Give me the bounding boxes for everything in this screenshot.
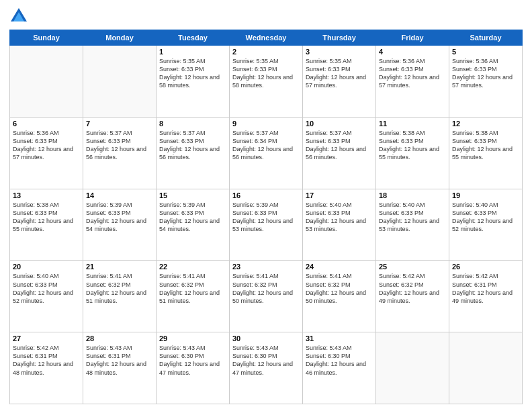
calendar-cell: 5Sunrise: 5:36 AM Sunset: 6:33 PM Daylig… [449,46,523,118]
day-detail: Sunrise: 5:38 AM Sunset: 6:33 PM Dayligh… [379,129,446,162]
day-number: 4 [379,48,446,56]
day-detail: Sunrise: 5:40 AM Sunset: 6:33 PM Dayligh… [306,201,373,234]
calendar-week-1: 1Sunrise: 5:35 AM Sunset: 6:33 PM Daylig… [10,46,523,118]
day-detail: Sunrise: 5:37 AM Sunset: 6:33 PM Dayligh… [86,129,153,162]
day-number: 29 [159,334,226,342]
day-number: 1 [159,48,226,56]
day-detail: Sunrise: 5:40 AM Sunset: 6:33 PM Dayligh… [13,272,80,305]
weekday-header-wednesday: Wednesday [230,30,303,46]
calendar-week-4: 20Sunrise: 5:40 AM Sunset: 6:33 PM Dayli… [10,261,523,332]
day-number: 25 [379,263,446,271]
calendar-cell [10,46,83,118]
day-detail: Sunrise: 5:42 AM Sunset: 6:32 PM Dayligh… [379,272,446,305]
day-number: 31 [306,334,373,342]
day-detail: Sunrise: 5:39 AM Sunset: 6:33 PM Dayligh… [159,201,226,234]
day-number: 30 [232,334,300,342]
day-detail: Sunrise: 5:40 AM Sunset: 6:33 PM Dayligh… [379,201,446,234]
calendar-cell: 14Sunrise: 5:39 AM Sunset: 6:33 PM Dayli… [83,189,157,261]
day-detail: Sunrise: 5:38 AM Sunset: 6:33 PM Dayligh… [13,201,80,234]
day-detail: Sunrise: 5:37 AM Sunset: 6:34 PM Dayligh… [232,129,300,162]
day-number: 11 [379,120,446,128]
calendar-cell: 18Sunrise: 5:40 AM Sunset: 6:33 PM Dayli… [376,189,449,261]
calendar-cell: 30Sunrise: 5:43 AM Sunset: 6:30 PM Dayli… [230,332,303,404]
day-number: 13 [13,191,80,199]
calendar-week-2: 6Sunrise: 5:36 AM Sunset: 6:33 PM Daylig… [10,117,523,189]
calendar-cell: 13Sunrise: 5:38 AM Sunset: 6:33 PM Dayli… [10,189,83,261]
calendar-cell: 12Sunrise: 5:38 AM Sunset: 6:33 PM Dayli… [449,117,523,189]
day-detail: Sunrise: 5:43 AM Sunset: 6:31 PM Dayligh… [86,344,153,377]
weekday-header-friday: Friday [376,30,449,46]
header [9,7,523,26]
day-detail: Sunrise: 5:36 AM Sunset: 6:33 PM Dayligh… [13,129,80,162]
day-number: 14 [86,191,153,199]
day-number: 18 [379,191,446,199]
day-detail: Sunrise: 5:35 AM Sunset: 6:33 PM Dayligh… [232,57,300,90]
weekday-header-sunday: Sunday [10,30,83,46]
day-number: 22 [159,263,226,271]
calendar-cell: 22Sunrise: 5:41 AM Sunset: 6:32 PM Dayli… [157,261,230,332]
day-number: 24 [306,263,373,271]
day-number: 28 [86,334,153,342]
day-number: 27 [13,334,80,342]
weekday-header-tuesday: Tuesday [157,30,230,46]
weekday-header-saturday: Saturday [449,30,523,46]
logo [9,7,31,26]
calendar-cell: 2Sunrise: 5:35 AM Sunset: 6:33 PM Daylig… [230,46,303,118]
day-detail: Sunrise: 5:35 AM Sunset: 6:33 PM Dayligh… [159,57,226,90]
calendar-cell: 3Sunrise: 5:35 AM Sunset: 6:33 PM Daylig… [303,46,376,118]
day-detail: Sunrise: 5:42 AM Sunset: 6:31 PM Dayligh… [452,272,519,305]
calendar-cell: 10Sunrise: 5:37 AM Sunset: 6:33 PM Dayli… [303,117,376,189]
calendar-cell: 1Sunrise: 5:35 AM Sunset: 6:33 PM Daylig… [157,46,230,118]
day-detail: Sunrise: 5:36 AM Sunset: 6:33 PM Dayligh… [379,57,446,90]
day-number: 26 [452,263,519,271]
calendar-cell: 17Sunrise: 5:40 AM Sunset: 6:33 PM Dayli… [303,189,376,261]
calendar-cell [376,332,449,404]
calendar-cell: 4Sunrise: 5:36 AM Sunset: 6:33 PM Daylig… [376,46,449,118]
calendar-cell: 28Sunrise: 5:43 AM Sunset: 6:31 PM Dayli… [83,332,157,404]
day-detail: Sunrise: 5:41 AM Sunset: 6:32 PM Dayligh… [306,272,373,305]
weekday-header-thursday: Thursday [303,30,376,46]
day-number: 5 [452,48,519,56]
calendar-cell: 9Sunrise: 5:37 AM Sunset: 6:34 PM Daylig… [230,117,303,189]
day-detail: Sunrise: 5:39 AM Sunset: 6:33 PM Dayligh… [86,201,153,234]
weekday-header-row: SundayMondayTuesdayWednesdayThursdayFrid… [10,30,523,46]
day-detail: Sunrise: 5:43 AM Sunset: 6:30 PM Dayligh… [232,344,300,377]
calendar-cell: 21Sunrise: 5:41 AM Sunset: 6:32 PM Dayli… [83,261,157,332]
weekday-header-monday: Monday [83,30,157,46]
calendar-week-3: 13Sunrise: 5:38 AM Sunset: 6:33 PM Dayli… [10,189,523,261]
day-detail: Sunrise: 5:37 AM Sunset: 6:33 PM Dayligh… [159,129,226,162]
calendar-cell: 6Sunrise: 5:36 AM Sunset: 6:33 PM Daylig… [10,117,83,189]
day-number: 10 [306,120,373,128]
day-number: 19 [452,191,519,199]
calendar-cell: 23Sunrise: 5:41 AM Sunset: 6:32 PM Dayli… [230,261,303,332]
calendar-cell: 27Sunrise: 5:42 AM Sunset: 6:31 PM Dayli… [10,332,83,404]
calendar-cell: 31Sunrise: 5:43 AM Sunset: 6:30 PM Dayli… [303,332,376,404]
calendar-cell: 7Sunrise: 5:37 AM Sunset: 6:33 PM Daylig… [83,117,157,189]
calendar-cell: 24Sunrise: 5:41 AM Sunset: 6:32 PM Dayli… [303,261,376,332]
day-number: 6 [13,120,80,128]
day-number: 23 [232,263,300,271]
day-number: 8 [159,120,226,128]
day-detail: Sunrise: 5:39 AM Sunset: 6:33 PM Dayligh… [232,201,300,234]
day-number: 9 [232,120,300,128]
day-detail: Sunrise: 5:38 AM Sunset: 6:33 PM Dayligh… [452,129,519,162]
day-number: 12 [452,120,519,128]
day-detail: Sunrise: 5:41 AM Sunset: 6:32 PM Dayligh… [86,272,153,305]
calendar-cell: 25Sunrise: 5:42 AM Sunset: 6:32 PM Dayli… [376,261,449,332]
day-detail: Sunrise: 5:41 AM Sunset: 6:32 PM Dayligh… [232,272,300,305]
calendar-cell: 20Sunrise: 5:40 AM Sunset: 6:33 PM Dayli… [10,261,83,332]
calendar-cell: 8Sunrise: 5:37 AM Sunset: 6:33 PM Daylig… [157,117,230,189]
day-detail: Sunrise: 5:41 AM Sunset: 6:32 PM Dayligh… [159,272,226,305]
day-detail: Sunrise: 5:37 AM Sunset: 6:33 PM Dayligh… [306,129,373,162]
day-detail: Sunrise: 5:42 AM Sunset: 6:31 PM Dayligh… [13,344,80,377]
day-number: 3 [306,48,373,56]
page: SundayMondayTuesdayWednesdayThursdayFrid… [0,0,532,411]
day-detail: Sunrise: 5:43 AM Sunset: 6:30 PM Dayligh… [159,344,226,377]
calendar-cell: 29Sunrise: 5:43 AM Sunset: 6:30 PM Dayli… [157,332,230,404]
calendar-cell [449,332,523,404]
day-detail: Sunrise: 5:40 AM Sunset: 6:33 PM Dayligh… [452,201,519,234]
calendar-cell: 26Sunrise: 5:42 AM Sunset: 6:31 PM Dayli… [449,261,523,332]
calendar-table: SundayMondayTuesdayWednesdayThursdayFrid… [9,30,523,404]
logo-icon [9,7,28,26]
calendar-cell: 16Sunrise: 5:39 AM Sunset: 6:33 PM Dayli… [230,189,303,261]
